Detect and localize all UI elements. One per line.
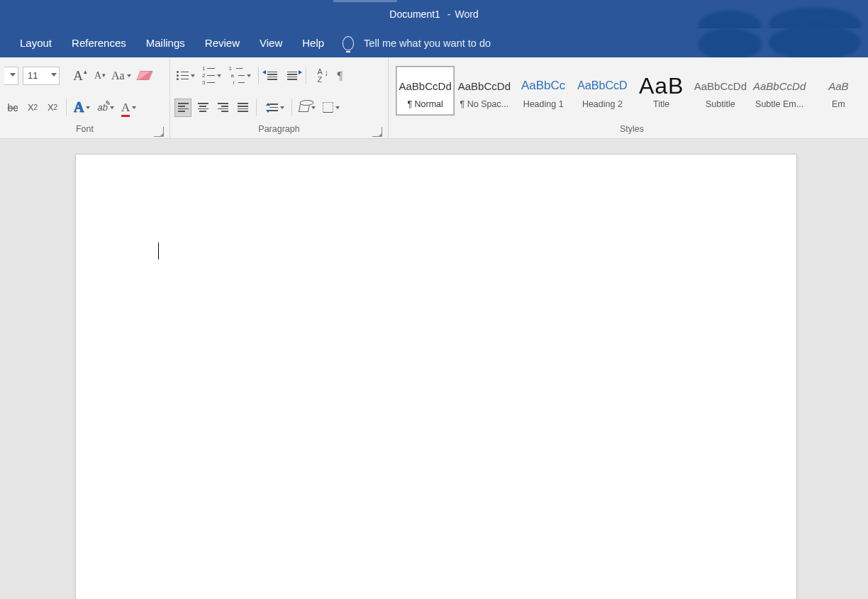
multilevel-icon: 1 a i bbox=[228, 66, 245, 86]
change-case-button[interactable]: Aa bbox=[109, 67, 133, 85]
style-name: Subtitle bbox=[706, 99, 735, 109]
title-accent bbox=[333, 0, 546, 2]
align-left-icon bbox=[178, 103, 189, 111]
decrease-indent-button[interactable] bbox=[264, 67, 281, 85]
style-name: ¶ No Spac... bbox=[460, 99, 509, 109]
show-marks-button[interactable]: ¶ bbox=[331, 67, 348, 85]
increase-indent-button[interactable] bbox=[284, 67, 301, 85]
style-name: Heading 1 bbox=[523, 99, 564, 109]
tell-me-search[interactable]: Tell me what you want to do bbox=[343, 36, 491, 50]
style-preview: AaB bbox=[828, 72, 848, 99]
eraser-icon bbox=[136, 71, 152, 80]
style-preview: AaBbCcDd bbox=[753, 72, 806, 99]
increase-indent-icon bbox=[287, 72, 297, 80]
divider bbox=[66, 99, 67, 116]
style-name: Em bbox=[832, 99, 845, 109]
multilevel-list-button[interactable]: 1 a i bbox=[226, 67, 253, 85]
ribbon: 11 A A Aa bc X2 X2 A ab✎ A Font bbox=[0, 57, 868, 139]
borders-button[interactable] bbox=[321, 99, 342, 117]
group-label-styles: Styles bbox=[396, 121, 868, 138]
align-left-button[interactable] bbox=[174, 99, 191, 117]
line-spacing-icon bbox=[264, 103, 278, 113]
style-preview: AaBbCcDd bbox=[694, 72, 747, 99]
group-paragraph: 1 2 3 1 a i bbox=[170, 57, 389, 138]
style-item[interactable]: AaBbCcDdSubtitle bbox=[691, 66, 750, 116]
text-effects-button[interactable]: A bbox=[72, 99, 92, 117]
lightbulb-icon bbox=[343, 36, 354, 50]
clear-formatting-button[interactable] bbox=[136, 67, 153, 85]
tab-layout[interactable]: Layout bbox=[10, 30, 62, 56]
pilcrow-icon: ¶ bbox=[337, 69, 343, 83]
style-preview: AaBbCcDd bbox=[458, 72, 511, 99]
align-right-button[interactable] bbox=[214, 99, 231, 117]
styles-gallery[interactable]: AaBbCcDd¶ NormalAaBbCcDd¶ No Spac...AaBb… bbox=[396, 66, 868, 117]
divider bbox=[306, 67, 306, 84]
align-center-icon bbox=[198, 103, 208, 111]
font-size-value: 11 bbox=[28, 70, 38, 81]
style-name: Heading 2 bbox=[582, 99, 623, 109]
bullets-icon bbox=[177, 71, 189, 80]
font-name-combo[interactable] bbox=[4, 67, 18, 85]
strikethrough-button[interactable]: bc bbox=[4, 99, 21, 117]
app-name: Word bbox=[455, 9, 479, 20]
divider bbox=[291, 99, 292, 116]
grow-font-button[interactable]: A bbox=[69, 67, 87, 85]
numbering-icon: 1 2 3 bbox=[202, 66, 215, 86]
font-color-button[interactable]: A bbox=[119, 99, 138, 117]
highlight-button[interactable]: ab✎ bbox=[95, 99, 116, 117]
style-name: Subtle Em... bbox=[755, 99, 803, 109]
style-preview: AaBbCcDd bbox=[399, 72, 452, 99]
style-item[interactable]: AaBbCcDdSubtle Em... bbox=[750, 66, 809, 116]
style-name: ¶ Normal bbox=[407, 99, 443, 109]
divider bbox=[258, 67, 259, 84]
style-item[interactable]: AaBbCcDd¶ No Spac... bbox=[455, 66, 513, 116]
shrink-font-button[interactable]: A bbox=[89, 67, 106, 85]
tab-review[interactable]: Review bbox=[195, 30, 250, 56]
divider bbox=[256, 99, 257, 116]
borders-icon bbox=[323, 102, 333, 113]
style-item[interactable]: AaBEm bbox=[809, 66, 868, 116]
style-item[interactable]: AaBbCcHeading 1 bbox=[514, 66, 573, 116]
group-font: 11 A A Aa bc X2 X2 A ab✎ A Font bbox=[0, 57, 170, 138]
sort-icon: A Z bbox=[318, 68, 323, 84]
page[interactable] bbox=[75, 154, 797, 599]
align-center-button[interactable] bbox=[194, 99, 211, 117]
tab-help[interactable]: Help bbox=[292, 30, 334, 56]
tab-references[interactable]: References bbox=[62, 30, 136, 56]
justify-button[interactable] bbox=[234, 99, 251, 117]
superscript-button[interactable]: X2 bbox=[44, 99, 61, 117]
line-spacing-button[interactable] bbox=[262, 99, 286, 117]
text-cursor bbox=[158, 242, 159, 259]
numbering-button[interactable]: 1 2 3 bbox=[200, 67, 223, 85]
paint-bucket-icon bbox=[299, 103, 311, 112]
font-size-combo[interactable]: 11 bbox=[23, 67, 60, 85]
align-right-icon bbox=[218, 103, 228, 111]
style-preview: AaB bbox=[639, 72, 684, 99]
title-separator: - bbox=[447, 9, 451, 20]
style-preview: AaBbCcD bbox=[577, 72, 627, 99]
font-dialog-launcher[interactable] bbox=[154, 127, 164, 137]
bullets-button[interactable] bbox=[174, 67, 197, 85]
decrease-indent-icon bbox=[267, 72, 277, 80]
document-area[interactable] bbox=[0, 139, 868, 599]
style-item[interactable]: AaBTitle bbox=[632, 66, 691, 116]
style-item[interactable]: AaBbCcDd¶ Normal bbox=[396, 66, 455, 116]
style-preview: AaBbCc bbox=[521, 72, 565, 99]
style-name: Title bbox=[653, 99, 669, 109]
tab-view[interactable]: View bbox=[250, 30, 292, 56]
ribbon-tabs: Layout References Mailings Review View H… bbox=[0, 28, 868, 57]
group-label-font: Font bbox=[4, 121, 165, 138]
style-item[interactable]: AaBbCcDHeading 2 bbox=[573, 66, 632, 116]
shading-button[interactable] bbox=[297, 99, 318, 117]
title-bar: Document1 - Word bbox=[0, 0, 868, 28]
tab-mailings[interactable]: Mailings bbox=[136, 30, 195, 56]
document-title: Document1 bbox=[389, 9, 440, 20]
subscript-button[interactable]: X2 bbox=[24, 99, 41, 117]
sort-button[interactable]: A Z bbox=[311, 67, 328, 85]
justify-icon bbox=[238, 103, 248, 111]
group-styles: AaBbCcDd¶ NormalAaBbCcDd¶ No Spac...AaBb… bbox=[389, 57, 868, 138]
paragraph-dialog-launcher[interactable] bbox=[372, 127, 382, 137]
group-label-paragraph: Paragraph bbox=[174, 121, 384, 138]
tell-me-placeholder: Tell me what you want to do bbox=[364, 38, 491, 49]
